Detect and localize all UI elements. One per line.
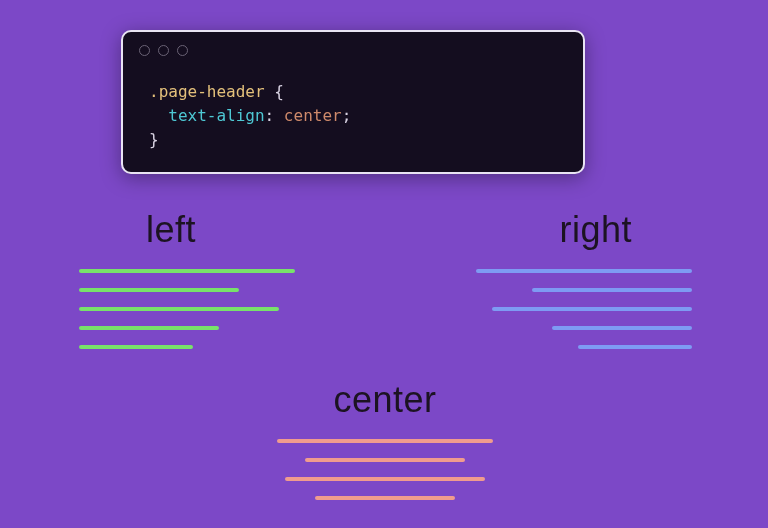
traffic-light-icon bbox=[177, 45, 188, 56]
traffic-light-icon bbox=[139, 45, 150, 56]
text-line-bar bbox=[305, 458, 465, 462]
text-line-bar bbox=[315, 496, 455, 500]
text-line-bar bbox=[79, 269, 295, 273]
alignment-demo-right: right bbox=[476, 209, 692, 349]
alignment-label-right: right bbox=[476, 209, 632, 251]
code-window: .page-header { text-align: center; } bbox=[121, 30, 585, 174]
text-line-bar bbox=[277, 439, 493, 443]
text-line-bar bbox=[552, 326, 692, 330]
alignment-demo-left: left bbox=[79, 209, 295, 349]
text-line-bar bbox=[79, 345, 193, 349]
text-line-bar bbox=[285, 477, 485, 481]
text-line-bar bbox=[492, 307, 692, 311]
alignment-label-left: left bbox=[146, 209, 295, 251]
alignment-label-center: center bbox=[273, 379, 497, 421]
css-semicolon: ; bbox=[342, 106, 352, 125]
window-traffic-lights bbox=[139, 45, 188, 56]
css-value: center bbox=[284, 106, 342, 125]
text-line-bar bbox=[476, 269, 692, 273]
code-snippet: .page-header { text-align: center; } bbox=[149, 80, 351, 152]
css-open-brace: { bbox=[265, 82, 284, 101]
alignment-demo-center: center bbox=[273, 379, 497, 500]
traffic-light-icon bbox=[158, 45, 169, 56]
text-line-bar bbox=[578, 345, 692, 349]
text-line-bar bbox=[532, 288, 692, 292]
text-line-bar bbox=[79, 326, 219, 330]
alignment-bars-right bbox=[476, 269, 692, 349]
text-line-bar bbox=[79, 288, 239, 292]
alignment-bars-left bbox=[79, 269, 295, 349]
alignment-bars-center bbox=[273, 439, 497, 500]
css-close-brace: } bbox=[149, 130, 159, 149]
text-line-bar bbox=[79, 307, 279, 311]
css-colon: : bbox=[265, 106, 284, 125]
css-property: text-align bbox=[168, 106, 264, 125]
css-selector: .page-header bbox=[149, 82, 265, 101]
